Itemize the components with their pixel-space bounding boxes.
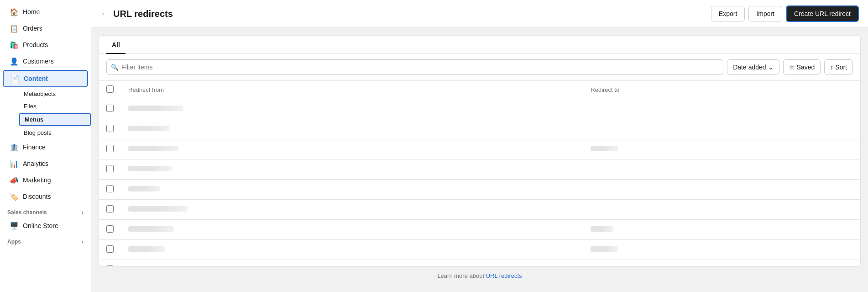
export-button[interactable]: Export [711, 6, 745, 21]
sidebar-item-label: Analytics [23, 160, 48, 167]
redirect-to-cell [583, 119, 860, 139]
row-checkbox-8[interactable] [106, 245, 114, 253]
online-store-icon: 🖥️ [10, 222, 18, 230]
redirect-from-cell [121, 240, 583, 260]
table-row [99, 220, 860, 240]
sidebar-item-online-store[interactable]: 🖥️ Online Store [3, 218, 88, 234]
redirect-from-cell [121, 139, 583, 159]
sidebar-item-orders[interactable]: 📋 Orders [3, 21, 88, 36]
table-header-row: Redirect from Redirect to [99, 81, 860, 99]
top-bar: ← URL redirects Export Import Create URL… [91, 0, 868, 28]
table-row [99, 99, 860, 119]
redirect-from-cell [121, 180, 583, 200]
sidebar-item-menus[interactable]: Menus [19, 113, 91, 126]
row-checkbox-6[interactable] [106, 205, 114, 212]
redirects-table: Redirect from Redirect to [99, 81, 860, 267]
filter-input-wrap: 🔍 [106, 59, 723, 75]
redirect-to-cell [583, 99, 860, 119]
redirect-to-cell [583, 200, 860, 220]
table-row [99, 260, 860, 267]
redirect-from-cell [121, 260, 583, 267]
row-checkbox-1[interactable] [106, 105, 114, 112]
analytics-icon: 📊 [10, 159, 18, 168]
sidebar-item-label: Content [24, 75, 48, 82]
redirect-from-cell [121, 99, 583, 119]
sales-channels-section: Sales channels › [0, 205, 91, 218]
redirect-to-header: Redirect to [583, 81, 860, 99]
row-checkbox-2[interactable] [106, 125, 114, 132]
redirect-to-cell [583, 180, 860, 200]
sidebar-item-analytics[interactable]: 📊 Analytics [3, 156, 88, 171]
url-redirects-link[interactable]: URL redirects [486, 272, 522, 279]
sidebar-item-files[interactable]: Files [19, 101, 91, 112]
page-title: URL redirects [113, 9, 173, 19]
sidebar-item-label: Products [23, 41, 48, 48]
sidebar-item-label: Customers [23, 58, 54, 65]
filter-input[interactable] [106, 59, 723, 75]
saved-button[interactable]: ☆ Saved [783, 59, 821, 75]
table-row [99, 139, 860, 159]
apps-section: Apps › [0, 234, 91, 247]
top-bar-left: ← URL redirects [100, 9, 173, 19]
table-row [99, 159, 860, 180]
sidebar-item-label: Finance [23, 143, 46, 151]
table-row [99, 240, 860, 260]
top-bar-actions: Export Import Create URL redirect [711, 5, 859, 22]
content-area: All 🔍 Date added ⌄ ☆ Saved ↕ [91, 28, 868, 292]
marketing-icon: 📣 [10, 176, 18, 184]
back-button[interactable]: ← [100, 9, 109, 19]
sidebar-item-products[interactable]: 🛍️ Products [3, 37, 88, 53]
redirect-from-cell [121, 159, 583, 180]
sidebar-item-blog-posts[interactable]: Blog posts [19, 127, 91, 138]
discounts-icon: 🏷️ [10, 192, 18, 201]
sidebar-item-label: Marketing [23, 176, 51, 184]
sort-icon: ↕ [830, 64, 833, 71]
sidebar-item-discounts[interactable]: 🏷️ Discounts [3, 189, 88, 204]
finance-icon: 🏦 [10, 143, 18, 151]
redirect-from-header: Redirect from [121, 81, 583, 99]
star-icon: ☆ [789, 64, 795, 71]
row-checkbox-5[interactable] [106, 185, 114, 192]
redirect-to-cell [583, 220, 860, 240]
sidebar-item-customers[interactable]: 👤 Customers [3, 53, 88, 69]
sidebar-item-marketing[interactable]: 📣 Marketing [3, 172, 88, 188]
redirect-to-cell [583, 240, 860, 260]
sidebar-item-finance[interactable]: 🏦 Finance [3, 139, 88, 155]
sidebar-item-home[interactable]: 🏠 Home [3, 4, 88, 20]
main-content: ← URL redirects Export Import Create URL… [91, 0, 868, 292]
sidebar-item-label: Discounts [23, 193, 51, 200]
redirect-to-cell [583, 139, 860, 159]
create-url-redirect-button[interactable]: Create URL redirect [786, 5, 859, 22]
footer: Learn more about URL redirects [99, 267, 861, 285]
customers-icon: 👤 [10, 57, 18, 65]
orders-icon: 📋 [10, 24, 18, 32]
sidebar-item-metaobjects[interactable]: Metaobjects [19, 88, 91, 100]
sidebar-item-content[interactable]: 📄 Content [3, 70, 88, 87]
toolbar: 🔍 Date added ⌄ ☆ Saved ↕ Sort [99, 54, 860, 81]
sidebar: 🏠 Home 📋 Orders 🛍️ Products 👤 Customers … [0, 0, 91, 292]
content-icon: 📄 [11, 74, 19, 83]
chevron-down-icon: ⌄ [768, 64, 774, 71]
home-icon: 🏠 [10, 8, 18, 16]
date-added-dropdown[interactable]: Date added ⌄ [727, 59, 779, 75]
search-icon: 🔍 [111, 64, 119, 71]
row-checkbox-7[interactable] [106, 225, 114, 233]
tab-all[interactable]: All [106, 36, 125, 54]
table-body [99, 99, 860, 267]
import-button[interactable]: Import [748, 6, 782, 21]
table-row [99, 119, 860, 139]
products-icon: 🛍️ [10, 41, 18, 49]
select-all-checkbox[interactable] [106, 85, 114, 93]
redirect-from-cell [121, 200, 583, 220]
redirect-to-cell [583, 159, 860, 180]
row-checkbox-4[interactable] [106, 165, 114, 172]
table-row [99, 180, 860, 200]
tabs: All [99, 36, 860, 54]
sidebar-item-label: Orders [23, 25, 42, 32]
redirect-from-cell [121, 220, 583, 240]
row-checkbox-3[interactable] [106, 145, 114, 152]
sidebar-item-label: Home [23, 8, 40, 16]
redirect-to-cell [583, 260, 860, 267]
sort-button[interactable]: ↕ Sort [824, 59, 853, 75]
chevron-right-icon: › [82, 209, 84, 216]
